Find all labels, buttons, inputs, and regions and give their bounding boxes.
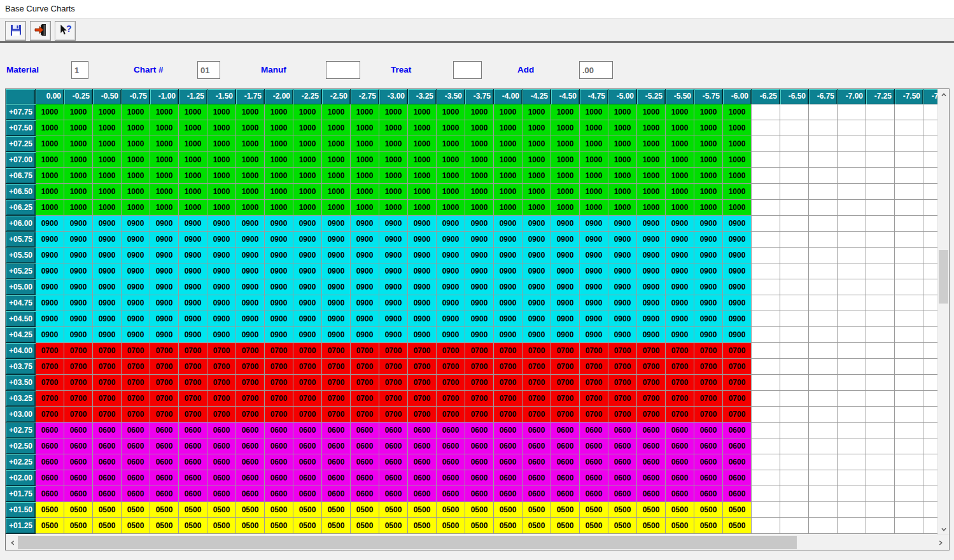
grid-cell[interactable]: 0500	[322, 502, 351, 518]
grid-cell[interactable]: 0900	[351, 327, 379, 343]
grid-cell[interactable]: 0900	[608, 248, 637, 263]
grid-cell[interactable]: 0900	[694, 232, 723, 248]
grid-cell[interactable]: 0600	[122, 438, 150, 454]
grid-cell[interactable]: 1000	[351, 200, 379, 216]
grid-cell[interactable]	[895, 391, 923, 407]
grid-cell[interactable]: 1000	[207, 104, 236, 120]
grid-cell[interactable]: 1000	[293, 120, 322, 136]
grid-cell[interactable]	[866, 518, 895, 534]
grid-cell[interactable]: 0900	[379, 216, 408, 232]
grid-cell[interactable]: 0600	[93, 470, 122, 486]
grid-cell[interactable]: 0900	[236, 279, 265, 295]
grid-cell[interactable]: 1000	[408, 184, 437, 200]
grid-cell[interactable]: 1000	[207, 152, 236, 168]
grid-cell[interactable]: 0900	[694, 216, 723, 232]
grid-cell[interactable]: 0900	[580, 263, 608, 279]
grid-cell[interactable]: 0700	[694, 343, 723, 359]
grid-cell[interactable]	[752, 232, 780, 248]
grid-cell[interactable]: 0900	[207, 327, 236, 343]
grid-cell[interactable]	[895, 375, 923, 391]
grid-cell[interactable]: 0900	[608, 216, 637, 232]
grid-cell[interactable]: 0600	[293, 454, 322, 470]
grid-cell[interactable]: 0700	[293, 375, 322, 391]
grid-cell[interactable]: 1000	[637, 168, 666, 184]
grid-cell[interactable]: 0700	[207, 359, 236, 375]
grid-cell[interactable]: 1000	[179, 184, 207, 200]
grid-cell[interactable]: 1000	[694, 168, 723, 184]
grid-cell[interactable]: 0900	[408, 248, 437, 263]
grid-cell[interactable]: 0600	[36, 486, 64, 502]
grid-cell[interactable]: 1000	[666, 104, 694, 120]
grid-cell[interactable]	[780, 438, 809, 454]
grid-cell[interactable]: 1000	[637, 200, 666, 216]
grid-cell[interactable]: 0600	[265, 438, 293, 454]
grid-cell[interactable]	[809, 216, 838, 232]
treat-field[interactable]	[453, 61, 482, 79]
grid-cell[interactable]: 0500	[93, 502, 122, 518]
grid-cell[interactable]: 0900	[580, 327, 608, 343]
grid-cell[interactable]: 0900	[265, 248, 293, 263]
grid-cell[interactable]: 0900	[207, 279, 236, 295]
grid-cell[interactable]: 0700	[580, 359, 608, 375]
grid-cell[interactable]: 0600	[551, 486, 580, 502]
grid-cell[interactable]: 0900	[608, 263, 637, 279]
grid-cell[interactable]: 1000	[494, 120, 523, 136]
grid-cell[interactable]	[752, 104, 780, 120]
grid-cell[interactable]: 1000	[36, 104, 64, 120]
grid-cell[interactable]: 0900	[265, 263, 293, 279]
grid-cell[interactable]: 1000	[437, 120, 465, 136]
grid-cell[interactable]: 0900	[523, 327, 551, 343]
grid-cell[interactable]: 1000	[265, 120, 293, 136]
grid-cell[interactable]: 0500	[551, 518, 580, 534]
grid-cell[interactable]: 1000	[265, 152, 293, 168]
grid-cell[interactable]	[895, 120, 923, 136]
grid-cell[interactable]: 0600	[122, 470, 150, 486]
grid-cell[interactable]: 0600	[551, 423, 580, 438]
grid-cell[interactable]: 0700	[408, 359, 437, 375]
grid-cell[interactable]	[838, 518, 866, 534]
grid-cell[interactable]: 0900	[494, 248, 523, 263]
grid-cell[interactable]	[923, 343, 937, 359]
grid-cell[interactable]: 0500	[236, 518, 265, 534]
grid-cell[interactable]: 0900	[551, 216, 580, 232]
grid-cell[interactable]	[866, 279, 895, 295]
grid-cell[interactable]: 1000	[523, 104, 551, 120]
grid-cell[interactable]: 0900	[207, 216, 236, 232]
grid-cell[interactable]: 0900	[207, 232, 236, 248]
grid-cell[interactable]: 0500	[36, 502, 64, 518]
grid-cell[interactable]: 0700	[64, 407, 93, 423]
grid-cell[interactable]: 1000	[523, 168, 551, 184]
grid-cell[interactable]: 0500	[322, 518, 351, 534]
grid-cell[interactable]: 0500	[694, 502, 723, 518]
grid-cell[interactable]	[780, 359, 809, 375]
grid-cell[interactable]: 0700	[36, 343, 64, 359]
grid-cell[interactable]: 1000	[293, 168, 322, 184]
grid-cell[interactable]	[866, 502, 895, 518]
grid-cell[interactable]	[809, 375, 838, 391]
grid-cell[interactable]: 0700	[666, 359, 694, 375]
grid-cell[interactable]: 0900	[694, 279, 723, 295]
grid-cell[interactable]: 0500	[723, 502, 752, 518]
grid-cell[interactable]: 0600	[93, 454, 122, 470]
grid-cell[interactable]: 0700	[437, 343, 465, 359]
grid-cell[interactable]: 0600	[36, 423, 64, 438]
grid-cell[interactable]: 1000	[236, 136, 265, 152]
grid-cell[interactable]	[866, 343, 895, 359]
grid-cell[interactable]: 1000	[179, 152, 207, 168]
grid-cell[interactable]: 0700	[408, 375, 437, 391]
grid-cell[interactable]: 0700	[637, 391, 666, 407]
grid-cell[interactable]	[923, 200, 937, 216]
grid-cell[interactable]: 0900	[207, 248, 236, 263]
grid-cell[interactable]: 0500	[150, 518, 179, 534]
grid-cell[interactable]: 0600	[437, 470, 465, 486]
grid-cell[interactable]: 1000	[122, 200, 150, 216]
grid-cell[interactable]: 0600	[694, 454, 723, 470]
grid-cell[interactable]: 0900	[93, 216, 122, 232]
grid-cell[interactable]: 0600	[551, 454, 580, 470]
grid-cell[interactable]: 0600	[694, 470, 723, 486]
grid-cell[interactable]: 0500	[379, 502, 408, 518]
grid-cell[interactable]: 0900	[723, 311, 752, 327]
grid-cell[interactable]: 1000	[437, 104, 465, 120]
grid-cell[interactable]: 0600	[694, 486, 723, 502]
grid-cell[interactable]: 1000	[93, 200, 122, 216]
